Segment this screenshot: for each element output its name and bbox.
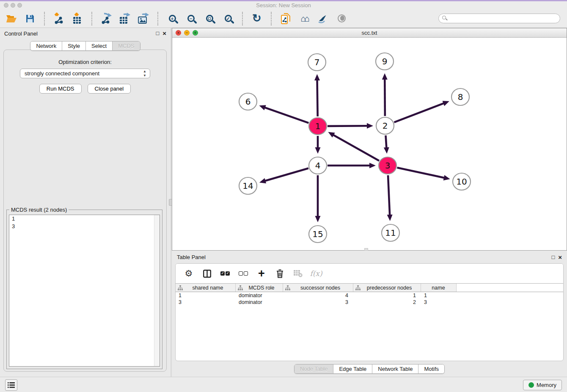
graph-node-15[interactable]: 15 <box>309 226 327 243</box>
open-session-icon[interactable] <box>5 12 18 25</box>
network-close-button[interactable]: × <box>176 30 181 36</box>
graph-node-3[interactable]: 3 <box>379 157 396 174</box>
zoom-selected-icon[interactable]: ✓ <box>222 12 234 25</box>
add-column-icon[interactable]: + <box>256 268 267 279</box>
table-cell: 1 <box>353 293 421 298</box>
network-view-window: × − + scc.txt 1234678910111415 <box>172 28 567 251</box>
tab-mcds[interactable]: MCDS <box>113 41 140 50</box>
toolbar-separator <box>271 12 272 25</box>
graph-node-14[interactable]: 14 <box>239 177 257 194</box>
table-cell: 4 <box>283 293 353 298</box>
clone-network-icon[interactable] <box>279 12 292 25</box>
import-network-icon[interactable] <box>52 12 65 25</box>
close-table-panel-icon[interactable]: × <box>558 255 562 260</box>
run-mcds-button[interactable]: Run MCDS <box>39 84 82 94</box>
tab-edge-table[interactable]: Edge Table <box>333 364 372 373</box>
column-header-shared-name[interactable]: shared name <box>176 284 236 292</box>
node-table: shared nameMCDS rolesuccessor nodesprede… <box>176 283 563 306</box>
memory-button-label: Memory <box>537 382 556 388</box>
show-hide-icon[interactable] <box>335 12 348 25</box>
graph-node-6[interactable]: 6 <box>239 93 257 110</box>
network-minimize-button[interactable]: − <box>184 30 190 36</box>
save-session-icon[interactable] <box>24 12 36 25</box>
table-panel-tabs: Node TableEdge TableNetwork TableMotifs <box>294 364 445 374</box>
edge-3-11[interactable] <box>388 175 390 215</box>
node-label: 7 <box>314 57 320 67</box>
edge-arrowhead <box>369 163 376 168</box>
column-header-predecessor-nodes[interactable]: predecessor nodes <box>353 284 421 292</box>
close-panel-icon[interactable]: × <box>162 31 166 36</box>
column-type-icon <box>238 285 243 290</box>
table-row[interactable]: 1dominator411 <box>176 292 563 299</box>
edge-2-9[interactable] <box>385 79 385 116</box>
graph-node-1[interactable]: 1 <box>309 118 327 135</box>
graph-node-10[interactable]: 10 <box>453 173 471 190</box>
table-settings-gear-icon[interactable]: ⚙ <box>183 268 194 279</box>
mcds-result-list[interactable]: 13 <box>9 215 160 367</box>
criterion-select[interactable]: strongly connected component ▲▼ <box>20 69 150 78</box>
network-maximize-button[interactable]: + <box>193 30 198 36</box>
node-label: 1 <box>315 121 321 131</box>
tab-motifs[interactable]: Motifs <box>418 364 444 373</box>
canvas-resize-handle[interactable] <box>364 248 368 251</box>
edge-2-3[interactable] <box>385 135 386 148</box>
float-table-panel-icon[interactable]: □ <box>551 255 555 260</box>
graph-node-8[interactable]: 8 <box>451 88 469 105</box>
edge-1-2[interactable] <box>328 126 368 126</box>
first-neighbors-icon[interactable]: ⌂⌂ <box>298 12 311 25</box>
edge-2-8[interactable] <box>394 103 444 122</box>
memory-button[interactable]: Memory <box>523 380 562 390</box>
edge-arrowhead <box>314 74 320 80</box>
close-panel-button[interactable]: Close panel <box>88 84 131 94</box>
column-header-MCDS-role[interactable]: MCDS role <box>236 284 283 292</box>
edge-1-6[interactable] <box>264 108 309 123</box>
edge-3-10[interactable] <box>397 168 444 178</box>
search-input[interactable] <box>438 14 560 23</box>
edge-1-7[interactable] <box>317 80 318 116</box>
delete-column-icon[interactable] <box>274 268 285 279</box>
graph-node-7[interactable]: 7 <box>308 54 326 71</box>
graph-node-9[interactable]: 9 <box>376 53 394 70</box>
table-row[interactable]: 3dominator323 <box>176 299 563 306</box>
export-image-icon[interactable] <box>137 12 150 25</box>
node-label: 2 <box>383 121 388 131</box>
edge-arrowhead <box>443 175 450 181</box>
table-panel: Table Panel □ × ⚙ ✓✓ + f(x) shared nameM… <box>172 252 567 377</box>
graph-node-11[interactable]: 11 <box>382 224 399 241</box>
float-panel-icon[interactable]: □ <box>156 31 159 36</box>
tab-network-table[interactable]: Network Table <box>372 364 418 373</box>
tab-network[interactable]: Network <box>30 41 62 50</box>
node-label: 14 <box>242 181 253 191</box>
apply-style-icon[interactable] <box>317 12 329 25</box>
tab-style[interactable]: Style <box>62 41 86 50</box>
node-table-rows: 1dominator4113dominator323 <box>176 292 563 306</box>
network-canvas[interactable]: 1234678910111415 <box>172 38 567 250</box>
zoom-out-icon[interactable]: − <box>184 12 197 25</box>
edge-4-14[interactable] <box>264 168 308 181</box>
tab-node-table[interactable]: Node Table <box>295 364 334 373</box>
edge-arrowhead <box>315 216 321 222</box>
tab-select[interactable]: Select <box>86 41 113 50</box>
column-header-name[interactable]: name <box>421 284 457 292</box>
edge-arrowhead <box>259 105 266 110</box>
export-table-icon[interactable] <box>118 12 131 25</box>
column-header-successor-nodes[interactable]: successor nodes <box>283 284 353 292</box>
export-network-icon[interactable] <box>100 12 113 25</box>
zoom-in-icon[interactable]: + <box>166 12 179 25</box>
network-window-titlebar[interactable]: × − + scc.txt <box>172 28 567 38</box>
deselect-all-icon[interactable] <box>238 268 249 279</box>
edge-3-1[interactable] <box>333 135 379 161</box>
task-history-button[interactable] <box>5 379 17 391</box>
import-table-icon[interactable] <box>71 12 84 25</box>
result-scrollbar[interactable] <box>154 215 160 366</box>
table-cell: 1 <box>176 293 236 298</box>
show-columns-icon[interactable] <box>201 268 212 279</box>
titlebar: Session: New Session <box>0 1 567 9</box>
control-panel: Control Panel □ × NetworkStyleSelectMCDS… <box>0 28 171 377</box>
graph-node-2[interactable]: 2 <box>376 117 394 134</box>
table-cell: 2 <box>353 299 421 305</box>
zoom-fit-icon[interactable] <box>203 12 216 25</box>
refresh-layout-icon[interactable]: ↻ <box>250 12 263 25</box>
select-all-icon[interactable]: ✓✓ <box>220 268 231 279</box>
graph-node-4[interactable]: 4 <box>309 157 327 174</box>
